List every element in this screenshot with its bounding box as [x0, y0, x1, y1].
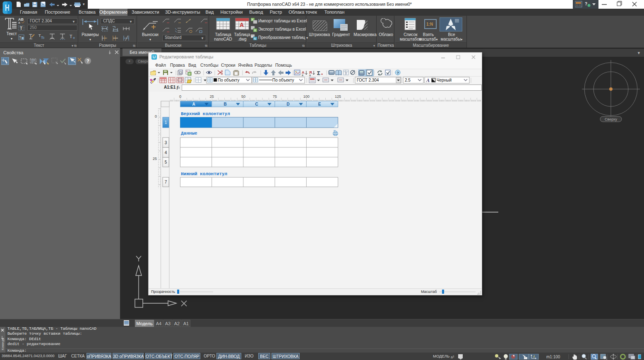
svg-text:Верхний колонтитул: Верхний колонтитул [181, 111, 230, 116]
svg-text:T: T [345, 72, 347, 75]
svg-text:5: 5 [165, 160, 167, 164]
svg-text:N: N [254, 37, 256, 40]
svg-text:75: 75 [273, 94, 277, 99]
svg-text:A: A [240, 22, 244, 28]
svg-text:Команда: Команда [1, 338, 5, 350]
svg-text:25: 25 [210, 94, 214, 99]
svg-text:1: 1 [165, 120, 167, 125]
svg-text:?: ? [585, 2, 587, 6]
svg-text:m1:100: m1:100 [546, 355, 560, 359]
svg-text:25: 25 [153, 157, 157, 161]
svg-text:T: T [70, 34, 72, 39]
svg-text:Черный: Черный [437, 78, 452, 82]
svg-text:T: T [20, 26, 22, 31]
svg-text:3: 3 [165, 140, 167, 145]
svg-text:?: ? [397, 71, 399, 75]
svg-text:7: 7 [165, 180, 167, 184]
svg-text:C: C [255, 102, 258, 106]
svg-text:0: 0 [155, 114, 157, 118]
svg-text:X: X [251, 18, 253, 21]
svg-text:a³: a³ [451, 355, 454, 359]
svg-text:A: A [426, 77, 430, 83]
svg-text:Σ: Σ [317, 70, 320, 76]
svg-text:а: а [18, 21, 20, 24]
svg-text:X: X [254, 29, 256, 32]
svg-text:X: X [188, 72, 190, 75]
svg-text:По объекту: По объекту [218, 78, 239, 82]
svg-text:0: 0 [179, 94, 181, 99]
svg-text:?: ? [87, 58, 89, 63]
svg-text:2.5: 2.5 [405, 78, 411, 82]
svg-text:Нижний колонтитул: Нижний колонтитул [181, 172, 227, 176]
svg-text:1:N: 1:N [426, 22, 433, 27]
svg-text:B: B [223, 102, 226, 106]
svg-text:+: + [73, 36, 75, 40]
svg-text:Данные: Данные [181, 131, 197, 136]
svg-text:E: E [318, 102, 321, 106]
svg-text:4: 4 [165, 150, 167, 155]
svg-text:100: 100 [303, 94, 310, 99]
svg-text:125: 125 [335, 94, 341, 99]
svg-text:Сверху: Сверху [605, 117, 618, 121]
svg-text:50: 50 [241, 94, 245, 99]
svg-text:ГОСТ 2.304: ГОСТ 2.304 [357, 78, 379, 82]
svg-text:Tı: Tı [41, 36, 44, 40]
svg-text:A: A [192, 102, 195, 106]
svg-text:По объекту: По объекту [272, 78, 294, 82]
svg-text:D: D [286, 102, 289, 106]
svg-text:T: T [19, 36, 22, 40]
